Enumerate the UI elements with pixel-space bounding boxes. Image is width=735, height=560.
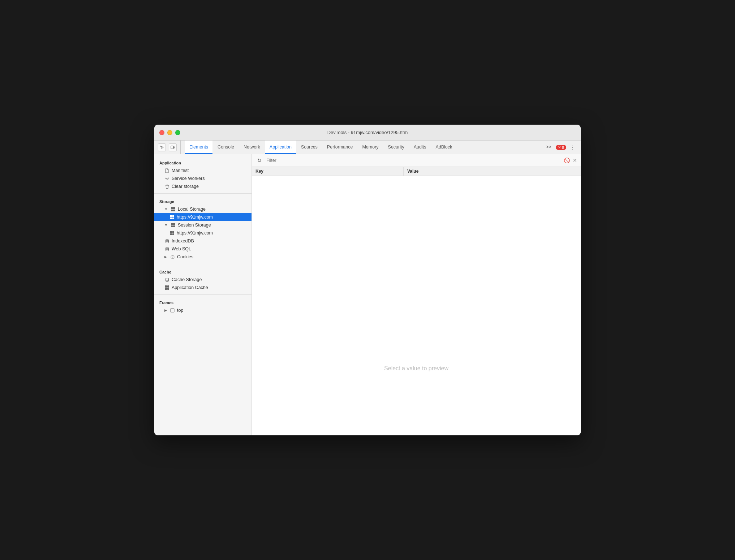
tab-elements[interactable]: Elements [185,141,212,154]
db-web-sql-icon [164,246,169,251]
svg-rect-1 [173,147,175,148]
table-body [252,176,581,301]
file-icon [164,168,169,173]
sidebar-item-local-storage-91mjw[interactable]: https://91mjw.com [154,213,252,221]
sidebar-section-storage: Storage [154,197,252,205]
refresh-button[interactable]: ↻ [255,156,263,164]
chevron-down-icon: ▼ [164,207,168,211]
frame-icon [170,308,175,313]
maximize-button[interactable] [175,130,180,135]
grid-session-storage-icon [171,223,176,228]
chevron-right-top-icon: ▶ [164,309,167,312]
svg-rect-10 [171,309,174,312]
sidebar-item-session-storage-91mjw[interactable]: https://91mjw.com [154,229,252,237]
divider-3 [154,294,252,295]
error-badge[interactable]: ✕ 9 [556,145,566,150]
no-filter-icon: 🚫 [564,158,570,163]
more-tabs-button[interactable]: >> [544,145,554,150]
svg-point-3 [166,239,168,240]
tab-bar-right: >> ✕ 9 ⋮ [544,141,577,154]
divider-1 [154,193,252,194]
tab-adblock[interactable]: AdBlock [431,141,456,154]
svg-point-8 [172,257,173,258]
clear-filter-button[interactable]: ✕ [573,158,577,163]
chevron-right-cookies-icon: ▶ [164,255,167,259]
sidebar-item-indexeddb[interactable]: IndexedDB [154,237,252,245]
grid-session-91mjw-icon [169,231,175,236]
sidebar-item-service-workers[interactable]: Service Workers [154,175,252,182]
window-title: DevTools - 91mjw.com/video/1295.htm [327,130,408,135]
tab-sources[interactable]: Sources [297,141,322,154]
sidebar-section-frames: Frames [154,298,252,306]
svg-rect-0 [171,146,173,149]
title-bar: DevTools - 91mjw.com/video/1295.htm [154,125,581,141]
filter-bar: ↻ 🚫 ✕ [252,154,581,167]
db-cache-storage-icon [164,277,169,282]
sidebar-item-cookies[interactable]: ▶ Cookies [154,253,252,261]
svg-point-6 [172,256,172,257]
sidebar-item-session-storage[interactable]: ▼ Session Storage [154,221,252,229]
sidebar-item-manifest[interactable]: Manifest [154,167,252,175]
toolbar-icons [158,141,181,154]
tab-audits[interactable]: Audits [409,141,431,154]
device-icon[interactable] [169,143,177,151]
svg-point-4 [166,247,168,248]
cookie-icon [170,254,175,259]
sidebar-section-cache: Cache [154,267,252,276]
sidebar-item-clear-storage[interactable]: Clear storage [154,182,252,190]
preview-empty-text: Select a value to preview [384,365,448,372]
chevron-down-session-icon: ▼ [164,223,168,227]
main-content: Application Manifest Service [154,154,581,435]
tab-bar: Elements Console Network Application Sou… [154,141,581,154]
svg-point-9 [166,278,168,279]
sidebar-item-top-frame[interactable]: ▶ top [154,306,252,314]
minimize-button[interactable] [167,130,172,135]
grid-local-storage-icon [171,207,176,212]
svg-point-2 [166,178,168,179]
db-indexeddb-icon [164,238,169,244]
tab-console[interactable]: Console [213,141,238,154]
devtools-window: DevTools - 91mjw.com/video/1295.htm Elem… [154,125,581,435]
tab-performance[interactable]: Performance [323,141,357,154]
close-button[interactable] [159,130,164,135]
tab-security[interactable]: Security [384,141,409,154]
grid-app-cache-icon [164,285,169,290]
grid-local-storage-91mjw-icon [169,215,175,220]
gear-icon [164,176,169,181]
svg-point-7 [173,257,173,257]
sidebar-section-application: Application [154,158,252,167]
devtools-menu-button[interactable]: ⋮ [568,143,577,152]
preview-pane: Select a value to preview [252,301,581,435]
tab-memory[interactable]: Memory [358,141,383,154]
tab-application[interactable]: Application [265,141,296,154]
sidebar-item-web-sql[interactable]: Web SQL [154,245,252,253]
sidebar-item-local-storage[interactable]: ▼ Local Storage [154,205,252,213]
trash-icon [164,184,169,189]
col-value-header: Value [404,167,581,176]
filter-input[interactable] [266,158,561,163]
col-key-header: Key [252,167,404,176]
table-header: Key Value [252,167,581,176]
sidebar-item-cache-storage[interactable]: Cache Storage [154,276,252,284]
tab-network[interactable]: Network [239,141,265,154]
sidebar-item-application-cache[interactable]: Application Cache [154,284,252,292]
svg-point-5 [171,255,174,259]
sidebar: Application Manifest Service [154,154,252,435]
traffic-lights [159,130,180,135]
storage-table: Key Value [252,167,581,301]
right-panel: ↻ 🚫 ✕ Key Value Select a value to previe… [252,154,581,435]
divider-2 [154,264,252,264]
inspect-icon[interactable] [158,143,166,151]
